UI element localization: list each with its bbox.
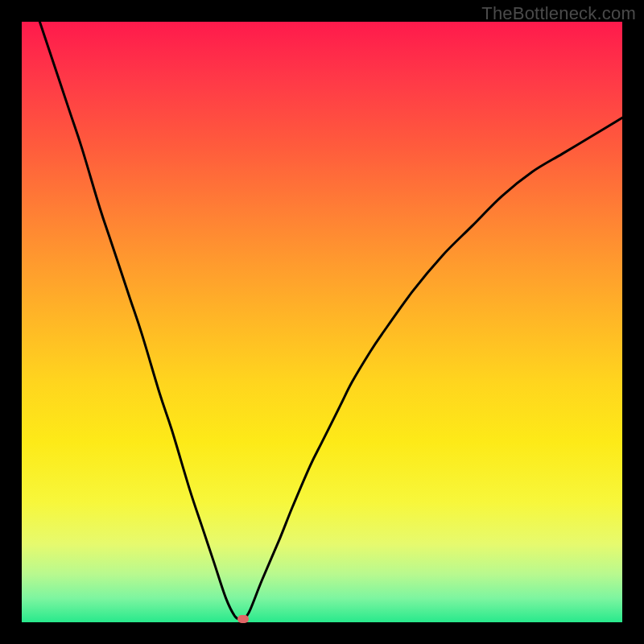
gradient-plot-area [22,22,622,622]
chart-container: TheBottleneck.com [0,0,644,644]
watermark-text: TheBottleneck.com [481,3,636,24]
minimum-marker [237,615,249,623]
